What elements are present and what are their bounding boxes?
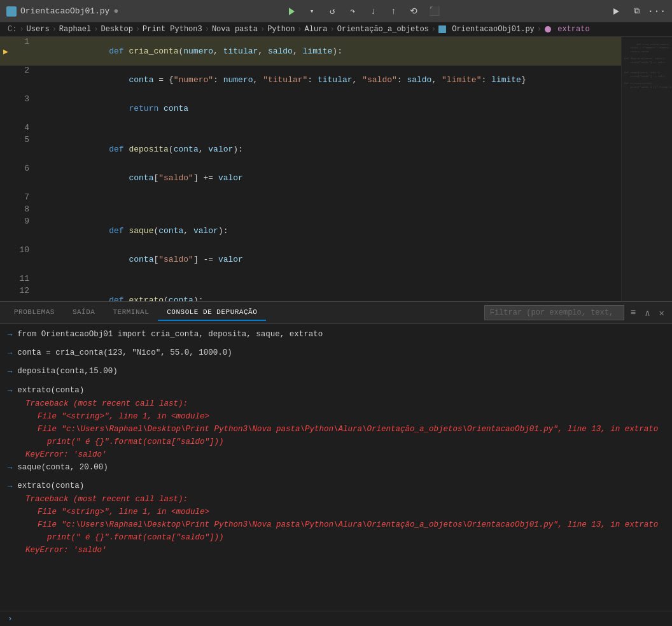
toolbar: ▾ ↺ ↷ ↓ ↑ ⟲ ⬛ xyxy=(118,3,607,20)
svg-point-4 xyxy=(545,26,551,32)
tab-terminal[interactable]: TERMINAL xyxy=(104,304,158,321)
title-bar: OrientacaoObj01.py ● ▾ ↺ ↷ ↓ ↑ ⟲ ⬛ ⧉ ··· xyxy=(0,0,672,22)
table-row: 6 conta["saldo"] += valor xyxy=(0,164,621,192)
title-bar-right: ⧉ ··· xyxy=(607,3,666,20)
debug-blank-4 xyxy=(8,474,664,480)
table-row: 3 return conta xyxy=(0,94,621,123)
panel-tabs: PROBLEMAS SAÍDA TERMINAL CONSOLE DE DEPU… xyxy=(0,302,672,324)
debug-text-4: extrato(conta) xyxy=(17,384,84,397)
breadcrumb-novapasta[interactable]: Nova pasta xyxy=(212,25,258,34)
debug-error2-line-3: File "c:\Users\Raphael\Desktop\Print Pyt… xyxy=(8,518,664,531)
debug-text-1: from OrientacaoObj01 import cria_conta, … xyxy=(17,328,323,341)
title-dot: ● xyxy=(113,6,118,16)
toolbar-undo-btn[interactable]: ⟲ xyxy=(405,3,423,20)
debug-prompt-arrow: › xyxy=(8,614,13,623)
table-row: ▶ 1 def cria_conta(numero, titular, sald… xyxy=(0,37,621,66)
breadcrumb-printpython[interactable]: Print Python3 xyxy=(143,25,202,34)
debug-text-3: deposita(conta,15.00) xyxy=(17,365,118,378)
panel-tab-right: ≡ ∧ ✕ xyxy=(484,305,667,320)
breadcrumb-python[interactable]: Python xyxy=(267,25,295,34)
breadcrumb-c[interactable]: C: xyxy=(8,25,17,34)
debug-arrow-6: → xyxy=(8,481,12,493)
debug-error2-line-4: print(" é {}".format(conta["saldo"])) xyxy=(8,531,664,544)
table-row: 8 xyxy=(0,204,621,217)
debug-error-line-4: print(" é {}".format(conta["saldo"])) xyxy=(8,436,664,448)
table-row: 11 xyxy=(0,274,621,286)
table-row: 9 def saque(conta, valor): xyxy=(0,217,621,245)
debug-text-6: extrato(conta) xyxy=(17,480,84,492)
table-row: 4 xyxy=(0,123,621,135)
table-row: 7 xyxy=(0,192,621,204)
debug-arrow-1: → xyxy=(8,329,12,341)
debug-error-block-2: Traceback (most recent call last): File … xyxy=(8,493,664,557)
title-filename: OrientacaoObj01.py xyxy=(20,6,109,16)
debug-entry-1: → from OrientacaoObj01 import cria_conta… xyxy=(8,328,664,341)
toolbar-dropdown-btn[interactable]: ▾ xyxy=(303,3,321,20)
debug-entry-4: → extrato(conta) xyxy=(8,384,664,397)
debug-error-line-2: File "<string>", line 1, in <module> xyxy=(8,410,664,423)
toolbar-more-btn[interactable]: ··· xyxy=(648,3,666,20)
toolbar-run-btn[interactable] xyxy=(283,3,300,20)
table-row: 10 conta["saldo"] -= valor xyxy=(0,245,621,274)
debug-prompt-input[interactable] xyxy=(17,614,664,623)
debug-blank-3 xyxy=(8,379,664,384)
debug-console[interactable]: → from OrientacaoObj01 import cria_conta… xyxy=(0,324,672,611)
svg-rect-3 xyxy=(438,25,446,33)
breadcrumb-file[interactable]: OrientacaoObj01.py xyxy=(438,25,535,34)
debug-error-block-1: Traceback (most recent call last): File … xyxy=(8,397,664,461)
table-row: 5 def deposita(conta, valor): xyxy=(0,135,621,164)
debug-arrow-5: → xyxy=(8,462,12,474)
debug-prompt: › xyxy=(0,611,672,626)
breadcrumb-raphael[interactable]: Raphael xyxy=(59,25,91,34)
filter-input[interactable] xyxy=(484,305,624,320)
svg-marker-2 xyxy=(613,8,619,15)
debug-arrow-4: → xyxy=(8,385,12,397)
breadcrumb: C: › Users › Raphael › Desktop › Print P… xyxy=(0,22,672,37)
debug-arrow-2: → xyxy=(8,348,12,360)
panel-collapse-icon[interactable]: ∧ xyxy=(642,306,652,320)
breadcrumb-extrato[interactable]: extrato xyxy=(544,25,590,34)
toolbar-stop-btn[interactable]: ⬛ xyxy=(425,3,443,20)
toolbar-split-btn[interactable]: ⧉ xyxy=(627,3,645,20)
debug-error-line-1: Traceback (most recent call last): xyxy=(8,397,664,410)
title-bar-left: OrientacaoObj01.py ● xyxy=(6,6,118,17)
svg-marker-1 xyxy=(289,8,295,15)
code-pane[interactable]: ▶ 1 def cria_conta(numero, titular, sald… xyxy=(0,37,621,301)
table-row: 2 conta = {"numero": numero, "titular": … xyxy=(0,66,621,94)
toolbar-stepinto-btn[interactable]: ↓ xyxy=(364,3,382,20)
debug-entry-2: → conta = cria_conta(123, "Nico", 55.0, … xyxy=(8,346,664,360)
debug-error2-line-2: File "<string>", line 1, in <module> xyxy=(8,506,664,518)
debug-text-5: saque(conta, 20.00) xyxy=(17,461,108,474)
svg-rect-0 xyxy=(8,8,15,15)
minimap: def cria_conta(numero, titular, saldo, l… xyxy=(621,37,672,301)
debug-blank-1 xyxy=(8,341,664,346)
toolbar-restart-btn[interactable]: ↺ xyxy=(323,3,341,20)
tab-problemas[interactable]: PROBLEMAS xyxy=(5,304,64,321)
debug-error-line-5: KeyError: 'saldo' xyxy=(8,448,664,461)
breadcrumb-alura[interactable]: Alura xyxy=(305,25,328,34)
breadcrumb-orientacao[interactable]: Orientação_a_objetos xyxy=(337,25,429,34)
debug-entry-3: → deposita(conta,15.00) xyxy=(8,365,664,378)
tab-console-depuracao[interactable]: CONSOLE DE DEPURAÇÃO xyxy=(158,304,266,321)
panel-close-icon[interactable]: ✕ xyxy=(657,306,667,320)
debug-arrow-3: → xyxy=(8,366,12,378)
toolbar-stepover-btn[interactable]: ↷ xyxy=(344,3,361,20)
breadcrumb-desktop[interactable]: Desktop xyxy=(101,25,132,34)
panel: PROBLEMAS SAÍDA TERMINAL CONSOLE DE DEPU… xyxy=(0,301,672,626)
debug-text-2: conta = cria_conta(123, "Nico", 55.0, 10… xyxy=(17,346,232,359)
debug-error2-line-1: Traceback (most recent call last): xyxy=(8,493,664,506)
debug-blank-2 xyxy=(8,360,664,365)
toolbar-stepout-btn[interactable]: ↑ xyxy=(384,3,402,20)
editor-content: ▶ 1 def cria_conta(numero, titular, sald… xyxy=(0,37,672,301)
tab-saida[interactable]: SAÍDA xyxy=(64,304,104,321)
breadcrumb-users[interactable]: Users xyxy=(27,25,50,34)
toolbar-run-right-btn[interactable] xyxy=(607,3,625,20)
filter-options-icon[interactable]: ≡ xyxy=(628,306,638,319)
code-table: ▶ 1 def cria_conta(numero, titular, sald… xyxy=(0,37,621,301)
bp-indicator: ▶ xyxy=(0,37,11,66)
table-row: 12 def extrato(conta): xyxy=(0,286,621,301)
debug-entry-5: → saque(conta, 20.00) xyxy=(8,461,664,474)
debug-entry-6: → extrato(conta) xyxy=(8,480,664,493)
debug-error-line-3: File "c:\Users\Raphael\Desktop\Print Pyt… xyxy=(8,423,664,436)
file-icon xyxy=(6,6,17,17)
